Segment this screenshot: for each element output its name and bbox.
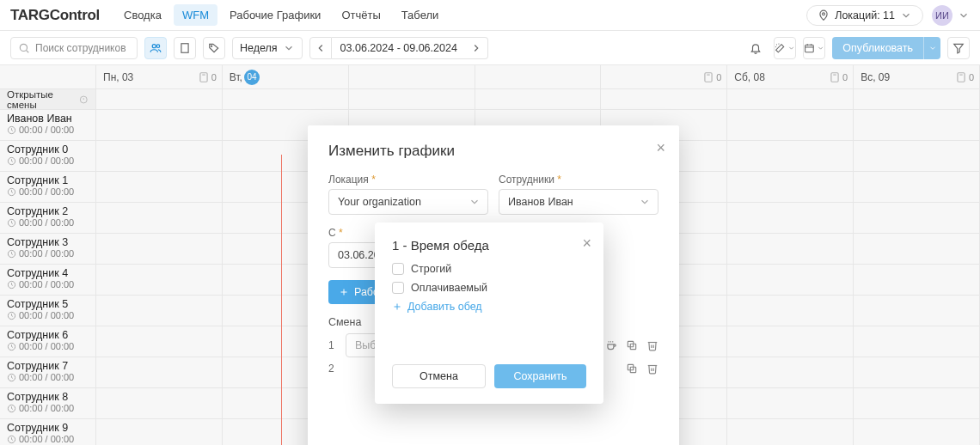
locations-dropdown[interactable]: Локаций: 11 [806, 5, 923, 26]
from-label: С [328, 227, 336, 239]
user-avatar[interactable]: ИИ [932, 5, 952, 26]
publish-dropdown[interactable] [923, 37, 940, 59]
copy-row-button[interactable] [626, 339, 638, 351]
svg-line-2 [27, 50, 29, 52]
next-week-button[interactable] [466, 37, 488, 59]
chevron-down-icon [787, 44, 795, 52]
period-dropdown[interactable]: Неделя [232, 37, 303, 59]
magic-button[interactable] [774, 37, 796, 59]
lunch-modal-title: 1 - Время обеда [392, 238, 586, 253]
chevron-left-icon [315, 42, 327, 54]
user-menu-caret[interactable] [958, 9, 970, 21]
svg-point-3 [152, 44, 156, 47]
employees-value: Иванов Иван [508, 196, 573, 208]
add-lunch-button[interactable]: Добавить обед [392, 301, 586, 313]
strict-checkbox[interactable] [392, 263, 404, 275]
strict-label: Строгий [411, 263, 451, 275]
chevron-down-icon [928, 44, 937, 52]
tab-reports[interactable]: Отчёты [333, 4, 389, 26]
current-time-line [281, 155, 282, 445]
building-icon [179, 42, 191, 54]
publish-button[interactable]: Опубликовать [832, 37, 923, 59]
tag-button[interactable] [203, 37, 225, 59]
location-label: Локация [328, 174, 369, 186]
delete-row-button[interactable] [646, 363, 658, 375]
chevron-down-icon [639, 196, 651, 208]
main-tabs: Сводка WFM Рабочие Графики Отчёты Табели [115, 4, 447, 26]
shift-row-number: 1 [328, 339, 339, 351]
chevron-down-icon [283, 42, 295, 54]
close-modal-button[interactable]: × [656, 139, 665, 157]
tab-timesheets[interactable]: Табели [393, 4, 448, 26]
lunch-icon-button[interactable] [605, 339, 617, 351]
tab-schedules[interactable]: Рабочие Графики [221, 4, 329, 26]
shift-row-number: 2 [328, 363, 339, 375]
filter-button[interactable] [947, 37, 970, 59]
chevron-right-icon [470, 42, 482, 54]
brand-logo: TARGControl [10, 7, 100, 24]
employees-select[interactable]: Иванов Иван [499, 189, 658, 215]
wand-icon [775, 42, 786, 54]
delete-row-button[interactable] [646, 339, 658, 351]
chevron-down-icon [958, 9, 970, 21]
location-select[interactable]: Your organization [328, 189, 488, 215]
svg-point-8 [211, 46, 212, 46]
search-placeholder: Поиск сотрудников [35, 42, 126, 54]
svg-rect-9 [805, 45, 814, 52]
copy-icon [626, 339, 638, 351]
prev-week-button[interactable] [309, 37, 332, 59]
paid-checkbox[interactable] [392, 282, 404, 294]
notifications-button[interactable] [744, 37, 767, 59]
save-lunch-button[interactable]: Сохранить [494, 364, 586, 388]
tab-summary[interactable]: Сводка [115, 4, 170, 26]
location-value: Your organization [338, 196, 421, 208]
modal-title: Изменить графики [328, 143, 658, 160]
employees-label: Сотрудники [499, 174, 554, 186]
tab-wfm[interactable]: WFM [174, 4, 217, 26]
date-range-display[interactable]: 03.06.2024 - 09.06.2024 [332, 37, 466, 59]
svg-rect-5 [181, 43, 188, 52]
trash-icon [646, 363, 658, 375]
svg-point-4 [156, 44, 160, 47]
chevron-down-icon [469, 196, 481, 208]
trash-icon [646, 339, 658, 351]
pin-icon [818, 9, 830, 21]
add-lunch-label: Добавить обед [407, 301, 482, 313]
bell-icon [750, 42, 762, 54]
calendar-icon [804, 42, 815, 54]
chevron-down-icon [900, 9, 912, 21]
period-label: Неделя [240, 42, 278, 54]
cancel-lunch-button[interactable]: Отмена [392, 364, 486, 388]
search-icon [18, 42, 30, 54]
search-input[interactable]: Поиск сотрудников [10, 37, 138, 59]
close-lunch-modal-button[interactable]: × [582, 235, 591, 253]
paid-label: Оплачиваемый [411, 282, 487, 294]
svg-point-1 [20, 44, 27, 51]
tag-icon [208, 42, 220, 54]
coffee-icon [605, 339, 617, 351]
calendar-button[interactable] [803, 37, 825, 59]
lunch-time-modal: × 1 - Время обеда Строгий Оплачиваемый Д… [375, 222, 603, 404]
view-locations-button[interactable] [174, 37, 196, 59]
users-icon [150, 42, 162, 54]
locations-label: Локаций: 11 [835, 9, 895, 21]
copy-row-button[interactable] [626, 363, 638, 375]
plus-icon [339, 287, 349, 297]
copy-icon [626, 363, 638, 375]
view-people-button[interactable] [144, 37, 167, 59]
svg-point-0 [823, 12, 825, 15]
svg-marker-13 [954, 44, 964, 53]
plus-icon [392, 302, 402, 312]
chevron-down-icon [817, 44, 824, 52]
filter-icon [952, 42, 965, 54]
